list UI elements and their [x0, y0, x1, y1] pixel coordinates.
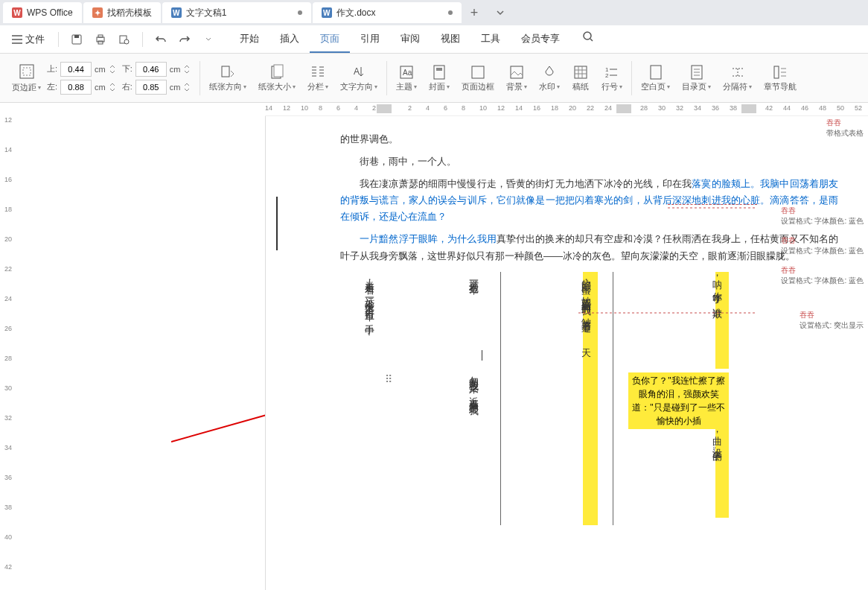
svg-text:Aa: Aa: [403, 69, 412, 77]
word-icon: W: [322, 7, 332, 18]
tab-menu-button[interactable]: [490, 2, 511, 23]
svg-point-6: [124, 39, 129, 44]
chevron-down-icon: ▾: [557, 83, 560, 90]
svg-point-7: [584, 32, 591, 39]
tool-label: 章节导航: [764, 81, 797, 92]
tab-bar: W WPS Office ✦ 找稻壳模板 W 文字文稿1 W 作文.docx +: [0, 0, 868, 25]
toc-icon: [689, 64, 704, 80]
break-button[interactable]: 分隔符▾: [717, 57, 758, 99]
papersize-button[interactable]: 纸张大小▾: [252, 57, 301, 99]
nav-icon: [772, 64, 788, 80]
vertical-text[interactable]: 匆匆向我走来。近着走来的是我: [462, 369, 485, 525]
tab-doc2[interactable]: W 作文.docx: [313, 2, 462, 23]
background-button[interactable]: 背景▾: [500, 57, 533, 99]
theme-icon: Aa: [398, 64, 415, 80]
horizontal-ruler[interactable]: 1412108642246810121416182022242628303234…: [265, 103, 868, 116]
textdir-button[interactable]: A 文字方向▾: [334, 57, 383, 99]
svg-rect-8: [20, 65, 33, 78]
chevron-down-icon: ▾: [708, 83, 711, 90]
margins-group: 页边距▾ 上: cm 左: cm 下: cm: [6, 57, 197, 99]
ribbon-tab-tools[interactable]: 工具: [470, 26, 511, 53]
tool-label: 分栏: [307, 81, 324, 92]
top-margin-input[interactable]: [60, 62, 92, 77]
column-separator: [500, 272, 501, 525]
spinner-icon[interactable]: [183, 81, 191, 93]
ribbon-tab-review[interactable]: 审阅: [390, 26, 430, 53]
paragraph[interactable]: 的世界调色。: [340, 131, 838, 148]
revision-annotation[interactable]: 吞吞 带格式表格: [826, 118, 864, 139]
columns-button[interactable]: 分栏▾: [301, 57, 334, 99]
file-menu-button[interactable]: 文件: [6, 33, 51, 46]
annotation-author: 吞吞: [781, 206, 864, 216]
cover-button[interactable]: 封面▾: [423, 57, 456, 99]
ribbon-tab-ref[interactable]: 引用: [350, 26, 390, 53]
ribbon-tab-start[interactable]: 开始: [229, 26, 269, 53]
redo-button[interactable]: [174, 29, 195, 50]
margin-inputs: 上: cm 左: cm: [47, 62, 116, 95]
spinner-icon[interactable]: [109, 81, 116, 93]
right-margin-label: 右:: [122, 81, 133, 92]
ribbon-tab-page[interactable]: 页面: [310, 26, 350, 53]
paragraph[interactable]: 我在凄凉萧瑟的细雨中慢慢行走，昏黄的街灯无力地洒下冰冷的光线，印在我落寞的脸颊上…: [340, 176, 838, 225]
tab-label: 文字文稿1: [186, 7, 227, 19]
svg-rect-12: [274, 65, 283, 77]
watermark-button[interactable]: 水印▾: [533, 57, 566, 99]
vertical-column[interactable]: 走着走着，远处一个人停下了自行车，手中: [351, 272, 381, 525]
ribbon-tab-insert[interactable]: 插入: [269, 26, 310, 53]
save-button[interactable]: [66, 29, 87, 50]
preview-button[interactable]: [114, 29, 135, 50]
chevron-down-icon: ▾: [374, 83, 377, 90]
tool-label: 纸张大小: [258, 81, 291, 92]
revision-annotation[interactable]: 吞吞 设置格式: 字体颜色: 蓝色: [781, 265, 864, 286]
svg-rect-1: [74, 35, 79, 38]
text-cursor: [482, 350, 482, 361]
print-icon: [95, 34, 106, 45]
right-margin-input[interactable]: [135, 80, 167, 95]
paragraph[interactable]: 街巷，雨中，一个人。: [340, 153, 838, 170]
undo-button[interactable]: [150, 29, 171, 50]
border-button[interactable]: 页面边框: [456, 57, 500, 99]
chapternav-button[interactable]: 章节导航: [758, 57, 802, 99]
theme-button[interactable]: Aa 主题▾: [390, 57, 423, 99]
ribbon-tab-view[interactable]: 视图: [430, 26, 470, 53]
revision-annotation[interactable]: 吞吞 设置格式: 突出显示: [800, 310, 864, 331]
tab-wps[interactable]: W WPS Office: [3, 2, 82, 23]
page-margin-button[interactable]: 页边距▾: [12, 63, 41, 93]
text-run-blue: 一片黯然浮于眼眸，为什么我用: [360, 233, 497, 244]
blank-page-button[interactable]: 空白页▾: [635, 57, 676, 99]
bottom-margin-input[interactable]: [135, 62, 167, 77]
svg-rect-16: [434, 66, 444, 79]
vertical-text-highlighted[interactable]: 呐，你咋了？谁欺: [715, 272, 729, 369]
lineno-button[interactable]: 12 行号▾: [596, 57, 628, 99]
tool-label: 稿纸: [572, 81, 589, 92]
toc-button[interactable]: 目录页▾: [676, 57, 717, 99]
tab-template[interactable]: ✦ 找稻壳模板: [83, 2, 161, 23]
print-button[interactable]: [90, 29, 111, 50]
search-button[interactable]: [578, 26, 599, 47]
highlighted-block[interactable]: 负你了？"我连忙擦了擦眼角的泪，强颜欢笑道："只是碰到了一些不愉快的小插: [628, 372, 729, 429]
annotation-author: 吞吞: [781, 265, 864, 276]
word-icon: W: [171, 7, 182, 18]
spinner-icon[interactable]: [109, 63, 116, 75]
page-area: 1412108642246810121416182022242628303234…: [265, 103, 868, 590]
revision-annotation[interactable]: 吞吞 设置格式: 字体颜色: 蓝色: [781, 235, 864, 256]
dropdown-button[interactable]: [198, 29, 219, 50]
revision-annotation[interactable]: 吞吞 设置格式: 字体颜色: 蓝色: [781, 206, 864, 226]
page-canvas[interactable]: 的世界调色。 街巷，雨中，一个人。 我在凄凉萧瑟的细雨中慢慢行走，昏黄的街灯无力…: [265, 116, 868, 590]
vertical-text[interactable]: 撑着一把伞: [462, 272, 485, 346]
tab-doc1[interactable]: W 文字文稿1: [162, 2, 311, 23]
left-margin-input[interactable]: [60, 80, 92, 95]
spinner-icon[interactable]: [183, 63, 191, 75]
ribbon-tab-member[interactable]: 会员专享: [511, 26, 570, 53]
vertical-text-highlighted[interactable]: 曲，没事的。": [715, 428, 729, 518]
annotation-author: 吞吞: [781, 235, 864, 246]
tool-label: 分隔符: [723, 81, 747, 92]
orientation-button[interactable]: 纸张方向▾: [203, 57, 252, 99]
unit-label: cm: [95, 65, 106, 74]
new-tab-button[interactable]: +: [463, 5, 486, 21]
grid-button[interactable]: 稿纸: [566, 57, 596, 99]
separator: [200, 61, 200, 95]
vertical-ruler-margin: 12141618202224262830323436384042: [0, 103, 265, 590]
file-label: 文件: [25, 33, 45, 46]
paragraph[interactable]: 一片黯然浮于眼眸，为什么我用真挚付出的换来的却只有空虚和冷漠？任秋雨洒在我身上，…: [340, 231, 838, 264]
